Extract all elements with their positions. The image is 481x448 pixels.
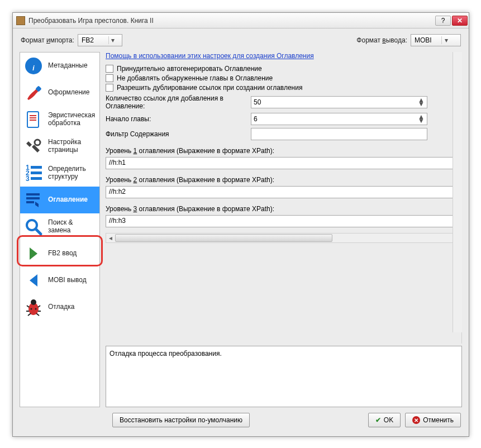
level1-label: Уровень 1 оглавления (Выражение в формат… (106, 147, 459, 155)
app-icon (16, 16, 25, 25)
svg-rect-12 (26, 197, 40, 199)
cancel-icon: ✕ (412, 416, 420, 424)
toc-icon (23, 190, 44, 210)
sidebar-item-look-feel[interactable]: Оформление (20, 79, 99, 106)
close-button[interactable]: ✕ (452, 16, 468, 26)
tools-icon (23, 136, 44, 156)
allow-dup-label: Разрешить дублирование ссылок при создан… (117, 84, 302, 92)
svg-rect-8 (31, 171, 42, 174)
list-numbered-icon: 123 (23, 163, 44, 183)
window-title: Преобразовать Игра престолов. Книга II (28, 17, 435, 25)
bug-icon (23, 297, 44, 317)
level2-input[interactable]: //h:h2 (106, 186, 459, 198)
spinner-icon[interactable]: ▲▼ (418, 98, 425, 106)
info-icon: i (23, 56, 44, 76)
sidebar-item-debug[interactable]: Отладка (20, 294, 99, 321)
titlebar[interactable]: Преобразовать Игра престолов. Книга II ?… (13, 13, 469, 28)
output-format-combo[interactable]: MOBI ▾ (411, 34, 461, 46)
sidebar-item-toc[interactable]: Оглавление (20, 187, 99, 213)
svg-rect-6 (31, 166, 42, 169)
help-link[interactable]: Помощь в использовании этих настроек для… (106, 52, 314, 60)
sidebar-item-page-setup[interactable]: Настройка страницы (20, 133, 99, 160)
debug-output[interactable]: Отладка процесса преобразования. (106, 346, 462, 407)
force-toc-label: Принудительно автогенерировать Оглавлени… (117, 65, 262, 73)
svg-text:3: 3 (26, 175, 30, 183)
level1-input[interactable]: //h:h1 (106, 157, 459, 169)
filter-input[interactable] (251, 128, 427, 140)
allow-dup-checkbox[interactable] (106, 84, 113, 92)
chevron-right-icon (23, 244, 44, 264)
svg-point-17 (31, 308, 32, 310)
cancel-button[interactable]: ✕Отменить (405, 413, 461, 427)
svg-point-18 (35, 308, 37, 310)
svg-rect-10 (31, 177, 42, 180)
content-panel: Помощь в использовании этих настроек для… (106, 52, 462, 407)
scrollbar-thumb[interactable] (115, 234, 332, 242)
svg-rect-13 (26, 201, 34, 203)
sidebar-item-metadata[interactable]: i Метаданные (20, 53, 99, 79)
filter-label: Фильтр Содержания (106, 130, 251, 138)
vertical-scrollbar[interactable] (453, 52, 462, 332)
level3-label: Уровень 3 оглавления (Выражение в формат… (106, 205, 459, 213)
svg-rect-11 (26, 193, 40, 196)
restore-defaults-button[interactable]: Восстановить настройки по-умолчанию (112, 413, 250, 427)
top-toolbar: Формат импорта: FB2 ▾ Формат вывода: MOB… (13, 28, 469, 52)
ok-button[interactable]: ✔OK (368, 413, 401, 427)
horizontal-scrollbar[interactable]: ◂ ▸ (106, 233, 459, 243)
help-button[interactable]: ? (435, 16, 451, 26)
import-format-combo[interactable]: FB2 ▾ (78, 34, 122, 46)
chevron-left-icon (23, 270, 44, 290)
document-icon (23, 109, 44, 130)
chapter-start-label: Начало главы: (106, 115, 251, 123)
links-count-input[interactable]: 50 ▲▼ (251, 96, 427, 108)
scroll-left-icon[interactable]: ◂ (106, 234, 115, 242)
svg-point-16 (31, 299, 36, 305)
no-add-chapters-checkbox[interactable] (106, 74, 113, 82)
chevron-down-icon: ▾ (108, 36, 117, 44)
sidebar-item-search-replace[interactable]: Поиск & замена (20, 213, 99, 240)
sidebar-item-mobi-output[interactable]: MOBI вывод (20, 267, 99, 294)
sidebar-item-heuristic[interactable]: Эвристическая обработка (20, 106, 99, 133)
search-icon (23, 217, 44, 237)
level2-label: Уровень 2 оглавления (Выражение в формат… (106, 176, 459, 184)
check-icon: ✔ (375, 416, 381, 424)
sidebar: i Метаданные Оформление Эвристическая об… (20, 52, 100, 407)
links-count-label: Количество ссылок для добавления в Оглав… (106, 94, 251, 110)
spinner-icon[interactable]: ▲▼ (418, 115, 425, 123)
dialog-window: Преобразовать Игра престолов. Книга II ?… (12, 12, 469, 437)
brush-icon (23, 83, 44, 103)
import-format-label: Формат импорта: (21, 36, 74, 44)
chevron-down-icon: ▾ (441, 36, 450, 44)
sidebar-item-fb2-input[interactable]: FB2 ввод (20, 240, 99, 267)
footer: Восстановить настройки по-умолчанию ✔OK … (13, 407, 469, 433)
sidebar-item-structure[interactable]: 123 Определить структуру (20, 160, 99, 187)
level3-input[interactable]: //h:h3 (106, 215, 459, 227)
no-add-chapters-label: Не добавлять обнаруженные главы в Оглавл… (117, 74, 273, 82)
output-format-label: Формат вывода: (356, 36, 407, 44)
force-toc-checkbox[interactable] (106, 65, 113, 73)
svg-point-4 (35, 140, 40, 145)
chapter-start-input[interactable]: 6 ▲▼ (251, 113, 427, 125)
